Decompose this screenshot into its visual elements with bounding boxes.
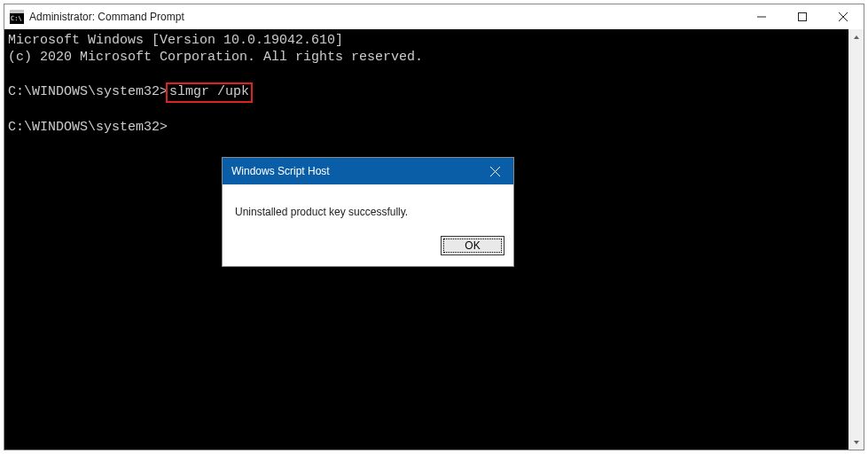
prompt-path: C:\WINDOWS\system32>	[8, 84, 168, 99]
console-line	[8, 103, 845, 120]
dialog-close-button[interactable]	[476, 158, 513, 184]
close-button[interactable]	[823, 4, 864, 29]
console-line: C:\WINDOWS\system32>slmgr /upk	[8, 82, 845, 103]
svg-marker-7	[854, 35, 859, 39]
console-line: (c) 2020 Microsoft Corporation. All righ…	[8, 50, 845, 67]
dialog-title: Windows Script Host	[231, 165, 330, 177]
dialog-footer: OK	[223, 229, 513, 266]
minimize-button[interactable]	[741, 4, 782, 29]
scroll-down-arrow-icon[interactable]	[848, 434, 864, 450]
script-host-dialog: Windows Script Host Uninstalled product …	[222, 157, 514, 267]
dialog-message: Uninstalled product key successfully.	[223, 184, 513, 229]
command-text: slmgr /upk	[169, 84, 249, 99]
console-line: Microsoft Windows [Version 10.0.19042.61…	[8, 33, 845, 50]
prompt-path: C:\WINDOWS\system32>	[8, 120, 168, 135]
titlebar[interactable]: C:\ Administrator: Command Prompt	[4, 4, 864, 29]
vertical-scrollbar[interactable]	[848, 29, 864, 450]
console-line	[8, 67, 845, 83]
window-controls	[741, 4, 864, 29]
window-title: Administrator: Command Prompt	[29, 11, 184, 23]
scroll-up-arrow-icon[interactable]	[848, 29, 864, 44]
maximize-button[interactable]	[782, 4, 823, 29]
svg-rect-1	[10, 10, 24, 13]
svg-marker-8	[854, 441, 859, 444]
dialog-titlebar[interactable]: Windows Script Host	[223, 158, 513, 184]
svg-rect-4	[799, 13, 807, 21]
command-highlight: slmgr /upk	[166, 82, 253, 103]
console-line: C:\WINDOWS\system32>	[8, 120, 845, 137]
svg-text:C:\: C:\	[11, 15, 22, 22]
cmd-icon: C:\	[10, 10, 24, 24]
ok-button[interactable]: OK	[441, 236, 504, 255]
